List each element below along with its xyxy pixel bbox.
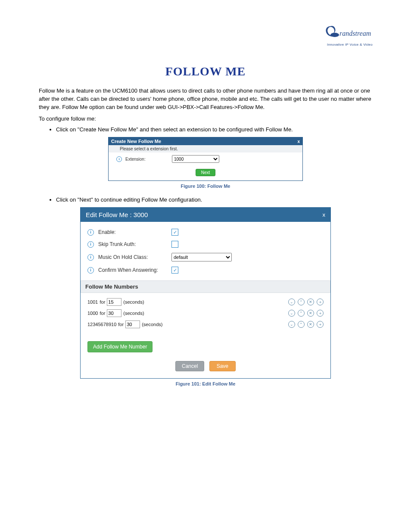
move-down-icon[interactable]: ⌄ (288, 321, 295, 328)
extension-label: Extension: (125, 157, 168, 162)
add-icon[interactable]: ＋ (317, 310, 324, 317)
dialog2-title: Edit Follow Me : 3000 (86, 211, 148, 218)
fm-seconds-input[interactable] (125, 320, 140, 328)
fm-for: for (100, 299, 105, 305)
enable-label: Enable: (98, 229, 167, 235)
delete-icon[interactable]: ✕ (307, 310, 314, 317)
grandstream-logo-icon: randstream (324, 24, 376, 42)
confirm-answer-label: Confirm When Answering: (98, 267, 167, 273)
edit-follow-me-dialog: Edit Follow Me : 3000 x i Enable: ✓ i Sk… (80, 207, 331, 379)
follow-me-row: 1000 for (seconds) ⌄ ⌃ ✕ ＋ (87, 308, 324, 319)
close-icon[interactable]: x (323, 212, 326, 218)
delete-icon[interactable]: ✕ (307, 299, 314, 305)
info-icon: i (87, 241, 94, 248)
info-icon: i (87, 254, 94, 261)
fm-unit: (seconds) (142, 322, 162, 327)
move-down-icon[interactable]: ⌄ (288, 310, 295, 317)
bullet-1: Click on "Create New Follow Me" and then… (56, 126, 372, 133)
confirm-answer-checkbox[interactable]: ✓ (171, 267, 178, 274)
moh-class-select[interactable]: default (171, 253, 232, 261)
follow-me-numbers-list: 1001 for (seconds) ⌄ ⌃ ✕ ＋ 1000 (87, 296, 324, 330)
fm-unit: (seconds) (123, 311, 144, 316)
brand-text: randstream (339, 30, 371, 37)
info-icon: i (87, 229, 94, 236)
brand-subtext: Innovative IP Voice & Video (324, 43, 376, 47)
info-icon: i (87, 267, 94, 274)
bullet-2: Click on "Next" to continue editing Foll… (56, 196, 372, 203)
fm-number: 1001 (87, 299, 98, 305)
page-title: FOLLOW ME (39, 65, 372, 78)
close-icon[interactable]: x (297, 139, 300, 144)
svg-point-0 (330, 33, 339, 37)
add-icon[interactable]: ＋ (317, 321, 324, 328)
dialog1-subheader: Please select a extension first. (109, 145, 302, 152)
fm-number: 12345678910 (87, 322, 116, 327)
fm-seconds-input[interactable] (107, 298, 121, 306)
fm-seconds-input[interactable] (107, 309, 121, 317)
dialog1-header: Create New Follow Me x (109, 137, 302, 145)
dialog2-header: Edit Follow Me : 3000 x (81, 208, 330, 222)
add-icon[interactable]: ＋ (317, 299, 324, 305)
follow-me-row: 1001 for (seconds) ⌄ ⌃ ✕ ＋ (87, 296, 324, 308)
dialog1-title: Create New Follow Me (111, 139, 161, 144)
move-up-icon[interactable]: ⌃ (298, 310, 305, 317)
move-up-icon[interactable]: ⌃ (298, 321, 305, 328)
fm-for: for (118, 322, 124, 327)
add-follow-me-number-button[interactable]: Add Follow Me Number (87, 341, 153, 352)
next-button[interactable]: Next (196, 169, 216, 176)
intro-paragraph-2: To configure follow me: (39, 115, 372, 123)
figure-1-caption: Figure 100: Follow Me (39, 184, 372, 189)
moh-class-label: Music On Hold Class: (98, 254, 167, 260)
move-down-icon[interactable]: ⌄ (288, 299, 295, 305)
fm-unit: (seconds) (123, 299, 144, 305)
intro-text: Follow Me is a feature on the UCM6100 th… (39, 87, 372, 123)
enable-checkbox[interactable]: ✓ (171, 229, 178, 236)
skip-trunk-auth-checkbox[interactable] (171, 241, 178, 248)
extension-select[interactable]: 1000 (172, 155, 219, 163)
save-button[interactable]: Save (209, 361, 236, 371)
figure-2-caption: Figure 101: Edit Follow Me (39, 381, 372, 386)
follow-me-numbers-section: Follow Me Numbers (81, 280, 330, 293)
cancel-button[interactable]: Cancel (175, 361, 204, 371)
create-follow-me-dialog: Create New Follow Me x Please select a e… (108, 137, 303, 181)
skip-trunk-auth-label: Skip Trunk Auth: (98, 241, 167, 247)
brand-logo: randstream Innovative IP Voice & Video (324, 24, 376, 47)
delete-icon[interactable]: ✕ (307, 321, 314, 328)
follow-me-row: 12345678910 for (seconds) ⌄ ⌃ ✕ ＋ (87, 319, 324, 330)
fm-number: 1000 (87, 311, 98, 316)
fm-for: for (100, 311, 105, 316)
move-up-icon[interactable]: ⌃ (298, 299, 305, 305)
intro-paragraph-1: Follow Me is a feature on the UCM6100 th… (39, 87, 372, 112)
info-icon: i (116, 156, 122, 162)
